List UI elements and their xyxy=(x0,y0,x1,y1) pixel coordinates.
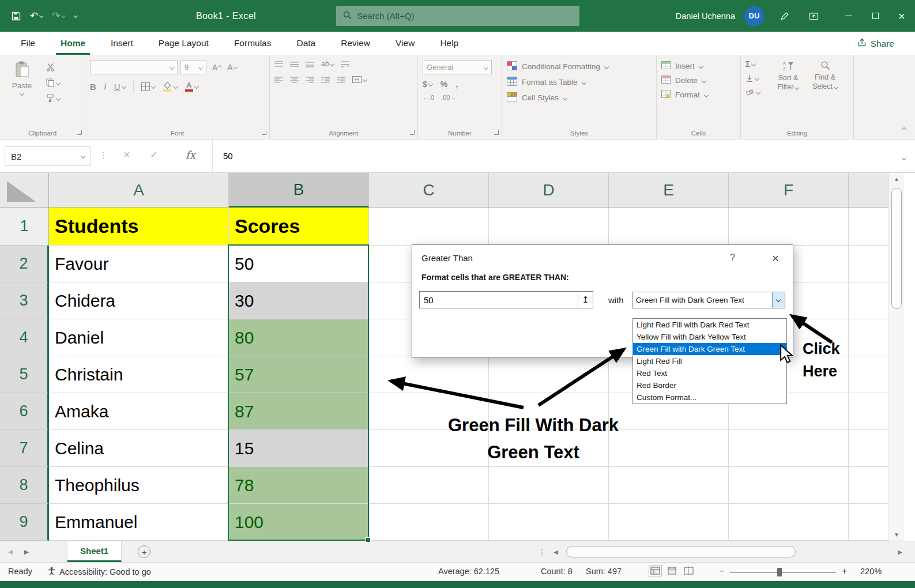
cell-b7[interactable]: 15 xyxy=(229,430,369,467)
zoom-slider-thumb[interactable] xyxy=(777,568,782,576)
format-painter-icon[interactable] xyxy=(46,94,60,103)
cell-f8[interactable] xyxy=(729,467,849,504)
italic-icon[interactable]: I xyxy=(104,82,107,92)
ribbon-display-options-icon[interactable] xyxy=(807,12,820,21)
undo-icon[interactable]: ↶ xyxy=(30,11,43,21)
scroll-left-icon[interactable]: ◀ xyxy=(550,545,562,559)
cell-e1[interactable] xyxy=(609,208,729,246)
page-break-preview-icon[interactable] xyxy=(684,567,694,575)
cell-styles-button[interactable]: Cell Styles xyxy=(507,92,652,103)
zoom-in-icon[interactable]: + xyxy=(842,566,847,576)
cell-c1[interactable] xyxy=(369,208,489,246)
tab-formulas[interactable]: Formulas xyxy=(221,32,284,55)
sheet-prev-icon[interactable]: ◀ xyxy=(2,548,18,556)
normal-view-icon[interactable] xyxy=(650,567,660,575)
cell-g3[interactable] xyxy=(849,282,888,319)
cell-g7[interactable] xyxy=(849,430,888,467)
align-top-icon[interactable] xyxy=(274,61,283,67)
column-header-c[interactable]: C xyxy=(369,173,489,208)
help-icon[interactable]: ? xyxy=(730,252,735,263)
pen-icon[interactable] xyxy=(778,12,792,21)
combo-chevron-icon[interactable] xyxy=(772,292,785,308)
scroll-right-icon[interactable]: ▶ xyxy=(894,545,906,559)
accessibility-status[interactable]: Accessibility: Good to go xyxy=(47,567,151,577)
share-button[interactable]: Share xyxy=(857,32,894,55)
name-box[interactable]: B2 xyxy=(5,146,91,166)
cancel-icon[interactable]: × xyxy=(123,148,130,161)
sheet-next-icon[interactable]: ▶ xyxy=(18,548,35,556)
row-header-1[interactable]: 1 xyxy=(0,208,49,246)
increase-font-size-icon[interactable]: A xyxy=(212,63,221,72)
cell-g1[interactable] xyxy=(849,208,888,246)
tab-review[interactable]: Review xyxy=(328,32,383,55)
vertical-scrollbar[interactable]: ▲ ▼ xyxy=(888,173,904,541)
fill-color-icon[interactable] xyxy=(163,82,178,92)
status-count[interactable]: Count: 8 xyxy=(541,567,573,576)
row-header-4[interactable]: 4 xyxy=(0,319,49,356)
status-sum[interactable]: Sum: 497 xyxy=(586,567,622,576)
zoom-level[interactable]: 220% xyxy=(860,567,895,576)
collapse-ribbon-icon[interactable] xyxy=(902,124,906,133)
option-red-border[interactable]: Red Border xyxy=(633,379,786,391)
close-button[interactable]: × xyxy=(888,0,915,32)
font-size-select[interactable]: 9 xyxy=(180,60,206,74)
cell-g9[interactable] xyxy=(849,504,888,541)
tab-help[interactable]: Help xyxy=(427,32,471,55)
tab-home[interactable]: Home xyxy=(48,32,98,55)
percent-style-icon[interactable]: % xyxy=(440,80,447,89)
redo-icon[interactable]: ↷ xyxy=(52,11,65,21)
delete-cells-button[interactable]: Delete xyxy=(661,76,736,85)
alignment-dialog-launcher-icon[interactable] xyxy=(410,130,415,135)
align-middle-icon[interactable] xyxy=(290,61,299,67)
column-header-partial[interactable] xyxy=(849,173,888,208)
avatar[interactable]: DU xyxy=(744,6,764,26)
status-average[interactable]: Average: 62.125 xyxy=(438,567,499,576)
wrap-text-icon[interactable] xyxy=(341,61,349,67)
cell-b5[interactable]: 57 xyxy=(229,356,369,393)
align-right-icon[interactable] xyxy=(306,77,314,83)
row-header-7[interactable]: 7 xyxy=(0,430,49,467)
value-input[interactable] xyxy=(420,292,578,308)
cell-e8[interactable] xyxy=(609,467,729,504)
cell-d8[interactable] xyxy=(489,467,609,504)
dialog-close-icon[interactable]: × xyxy=(772,252,779,264)
cell-a8[interactable]: Theophilus xyxy=(49,467,229,504)
cell-g5[interactable] xyxy=(849,356,888,393)
cell-b4[interactable]: 80 xyxy=(229,319,369,356)
cell-a7[interactable]: Celina xyxy=(49,430,229,467)
new-sheet-button[interactable]: + xyxy=(138,545,150,558)
option-red-text[interactable]: Red Text xyxy=(633,367,786,379)
horizontal-scrollbar[interactable]: ◀ ▶ xyxy=(549,545,906,559)
conditional-formatting-button[interactable]: Conditional Formatting xyxy=(507,61,652,72)
column-header-b[interactable]: B xyxy=(229,173,369,208)
search-input[interactable] xyxy=(357,11,573,21)
page-layout-view-icon[interactable] xyxy=(667,567,677,575)
row-header-6[interactable]: 6 xyxy=(0,393,49,430)
option-green-fill-dark-green-text[interactable]: Green Fill with Dark Green Text xyxy=(633,343,786,355)
column-header-a[interactable]: A xyxy=(49,173,229,208)
align-left-icon[interactable] xyxy=(274,77,283,83)
number-dialog-launcher-icon[interactable] xyxy=(494,130,499,135)
font-color-icon[interactable]: A xyxy=(185,82,198,92)
minimize-button[interactable] xyxy=(835,0,862,32)
decrease-font-size-icon[interactable]: A xyxy=(227,63,236,72)
expand-formula-bar-icon[interactable] xyxy=(902,152,906,161)
cell-a3[interactable]: Chidera xyxy=(49,282,229,319)
merge-center-icon[interactable] xyxy=(352,76,367,83)
font-name-select[interactable] xyxy=(90,60,178,74)
search-box[interactable] xyxy=(336,6,579,26)
column-header-f[interactable]: F xyxy=(729,173,849,208)
bold-icon[interactable]: B xyxy=(90,82,96,92)
column-header-d[interactable]: D xyxy=(489,173,609,208)
decrease-decimal-icon[interactable]: .00→ xyxy=(441,94,456,101)
cell-b9[interactable]: 100 xyxy=(229,504,369,541)
accounting-format-icon[interactable]: $ xyxy=(423,80,432,89)
paste-button[interactable]: Paste xyxy=(6,61,38,95)
cell-b8[interactable]: 78 xyxy=(229,467,369,504)
formula-input[interactable]: 50 xyxy=(212,140,890,172)
cell-a5[interactable]: Christain xyxy=(49,356,229,393)
sheet-tab-sheet1[interactable]: Sheet1 xyxy=(67,541,122,562)
save-icon[interactable] xyxy=(12,12,21,21)
underline-icon[interactable]: U xyxy=(114,82,126,92)
cell-c5[interactable] xyxy=(369,356,489,393)
